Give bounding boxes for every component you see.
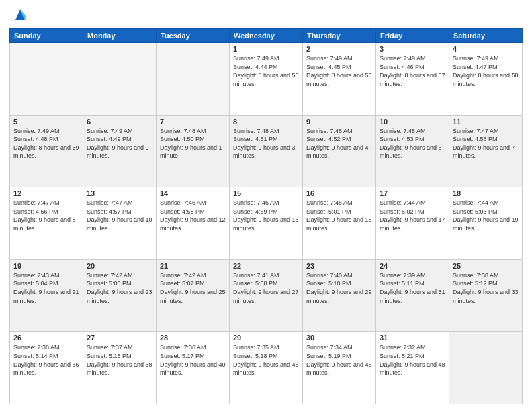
calendar-day-cell: 28Sunrise: 7:36 AM Sunset: 5:17 PM Dayli… <box>157 332 230 404</box>
day-info: Sunrise: 7:37 AM Sunset: 5:15 PM Dayligh… <box>87 343 152 377</box>
calendar-day-cell: 27Sunrise: 7:37 AM Sunset: 5:15 PM Dayli… <box>83 332 157 404</box>
day-number: 10 <box>380 118 445 126</box>
calendar-day-cell <box>449 332 523 404</box>
day-number: 13 <box>87 189 152 197</box>
weekday-header-friday: Friday <box>376 29 449 43</box>
logo-icon <box>11 7 29 24</box>
calendar-week-row: 1Sunrise: 7:49 AM Sunset: 4:44 PM Daylig… <box>10 43 523 116</box>
calendar-day-cell: 3Sunrise: 7:49 AM Sunset: 4:46 PM Daylig… <box>376 43 449 116</box>
calendar-table: SundayMondayTuesdayWednesdayThursdayFrid… <box>9 28 523 404</box>
day-info: Sunrise: 7:34 AM Sunset: 5:19 PM Dayligh… <box>306 343 372 377</box>
day-info: Sunrise: 7:40 AM Sunset: 5:10 PM Dayligh… <box>306 271 372 305</box>
weekday-header-row: SundayMondayTuesdayWednesdayThursdayFrid… <box>10 29 523 43</box>
day-number: 8 <box>233 118 299 126</box>
day-number: 17 <box>380 189 445 197</box>
calendar-day-cell: 31Sunrise: 7:32 AM Sunset: 5:21 PM Dayli… <box>376 332 449 404</box>
calendar-day-cell: 21Sunrise: 7:42 AM Sunset: 5:07 PM Dayli… <box>157 259 230 332</box>
day-number: 27 <box>87 334 152 342</box>
calendar-week-row: 5Sunrise: 7:49 AM Sunset: 4:48 PM Daylig… <box>10 115 523 187</box>
day-number: 12 <box>13 189 79 197</box>
day-info: Sunrise: 7:44 AM Sunset: 5:02 PM Dayligh… <box>380 199 445 232</box>
day-number: 14 <box>160 189 226 197</box>
day-number: 29 <box>233 334 299 342</box>
day-info: Sunrise: 7:48 AM Sunset: 4:51 PM Dayligh… <box>233 127 299 161</box>
logo <box>9 7 29 24</box>
day-number: 31 <box>380 334 445 342</box>
day-number: 2 <box>306 45 372 53</box>
day-number: 6 <box>87 118 152 126</box>
day-info: Sunrise: 7:49 AM Sunset: 4:47 PM Dayligh… <box>453 54 519 88</box>
calendar-day-cell: 30Sunrise: 7:34 AM Sunset: 5:19 PM Dayli… <box>303 332 376 404</box>
day-info: Sunrise: 7:47 AM Sunset: 4:56 PM Dayligh… <box>13 199 79 232</box>
calendar-day-cell: 13Sunrise: 7:47 AM Sunset: 4:57 PM Dayli… <box>83 187 157 260</box>
calendar-day-cell: 4Sunrise: 7:49 AM Sunset: 4:47 PM Daylig… <box>449 43 523 116</box>
day-info: Sunrise: 7:44 AM Sunset: 5:03 PM Dayligh… <box>453 199 519 232</box>
calendar-day-cell: 5Sunrise: 7:49 AM Sunset: 4:48 PM Daylig… <box>10 115 83 187</box>
day-number: 3 <box>380 45 445 53</box>
calendar-day-cell: 11Sunrise: 7:47 AM Sunset: 4:55 PM Dayli… <box>449 115 523 187</box>
day-number: 11 <box>453 118 519 126</box>
calendar-day-cell: 23Sunrise: 7:40 AM Sunset: 5:10 PM Dayli… <box>303 259 376 332</box>
calendar-day-cell <box>157 43 230 116</box>
day-number: 15 <box>233 189 299 197</box>
day-number: 28 <box>160 334 226 342</box>
weekday-header-thursday: Thursday <box>303 29 376 43</box>
calendar-week-row: 12Sunrise: 7:47 AM Sunset: 4:56 PM Dayli… <box>10 187 523 260</box>
day-number: 24 <box>380 262 445 270</box>
day-info: Sunrise: 7:38 AM Sunset: 5:14 PM Dayligh… <box>13 343 79 377</box>
day-info: Sunrise: 7:48 AM Sunset: 4:53 PM Dayligh… <box>380 127 445 161</box>
day-info: Sunrise: 7:49 AM Sunset: 4:45 PM Dayligh… <box>306 54 372 88</box>
calendar-day-cell: 9Sunrise: 7:48 AM Sunset: 4:52 PM Daylig… <box>303 115 376 187</box>
weekday-header-sunday: Sunday <box>10 29 83 43</box>
calendar-day-cell: 26Sunrise: 7:38 AM Sunset: 5:14 PM Dayli… <box>10 332 83 404</box>
day-info: Sunrise: 7:38 AM Sunset: 5:12 PM Dayligh… <box>453 271 519 305</box>
calendar-day-cell: 16Sunrise: 7:45 AM Sunset: 5:01 PM Dayli… <box>303 187 376 260</box>
day-info: Sunrise: 7:49 AM Sunset: 4:46 PM Dayligh… <box>380 54 445 88</box>
calendar-week-row: 19Sunrise: 7:43 AM Sunset: 5:04 PM Dayli… <box>10 259 523 332</box>
day-number: 30 <box>306 334 372 342</box>
day-number: 7 <box>160 118 226 126</box>
day-info: Sunrise: 7:39 AM Sunset: 5:11 PM Dayligh… <box>380 271 445 305</box>
calendar-day-cell: 18Sunrise: 7:44 AM Sunset: 5:03 PM Dayli… <box>449 187 523 260</box>
calendar-day-cell: 25Sunrise: 7:38 AM Sunset: 5:12 PM Dayli… <box>449 259 523 332</box>
day-number: 25 <box>453 262 519 270</box>
calendar-day-cell: 6Sunrise: 7:49 AM Sunset: 4:49 PM Daylig… <box>83 115 157 187</box>
calendar-day-cell: 1Sunrise: 7:49 AM Sunset: 4:44 PM Daylig… <box>230 43 303 116</box>
calendar-day-cell: 19Sunrise: 7:43 AM Sunset: 5:04 PM Dayli… <box>10 259 83 332</box>
day-number: 9 <box>306 118 372 126</box>
day-info: Sunrise: 7:47 AM Sunset: 4:57 PM Dayligh… <box>87 199 152 232</box>
calendar-day-cell <box>10 43 83 116</box>
day-number: 20 <box>87 262 152 270</box>
day-number: 4 <box>453 45 519 53</box>
day-number: 23 <box>306 262 372 270</box>
weekday-header-monday: Monday <box>83 29 157 43</box>
day-number: 26 <box>13 334 79 342</box>
day-number: 18 <box>453 189 519 197</box>
calendar-day-cell: 8Sunrise: 7:48 AM Sunset: 4:51 PM Daylig… <box>230 115 303 187</box>
calendar-day-cell: 29Sunrise: 7:35 AM Sunset: 5:18 PM Dayli… <box>230 332 303 404</box>
day-info: Sunrise: 7:48 AM Sunset: 4:52 PM Dayligh… <box>306 127 372 161</box>
day-number: 16 <box>306 189 372 197</box>
page: SundayMondayTuesdayWednesdayThursdayFrid… <box>0 0 532 411</box>
calendar-day-cell: 7Sunrise: 7:48 AM Sunset: 4:50 PM Daylig… <box>157 115 230 187</box>
day-info: Sunrise: 7:41 AM Sunset: 5:08 PM Dayligh… <box>233 271 299 305</box>
calendar-week-row: 26Sunrise: 7:38 AM Sunset: 5:14 PM Dayli… <box>10 332 523 404</box>
header <box>9 7 523 24</box>
calendar-day-cell: 14Sunrise: 7:46 AM Sunset: 4:58 PM Dayli… <box>157 187 230 260</box>
day-number: 22 <box>233 262 299 270</box>
calendar-day-cell: 24Sunrise: 7:39 AM Sunset: 5:11 PM Dayli… <box>376 259 449 332</box>
day-number: 5 <box>13 118 79 126</box>
weekday-header-saturday: Saturday <box>449 29 523 43</box>
day-info: Sunrise: 7:46 AM Sunset: 4:59 PM Dayligh… <box>233 199 299 232</box>
weekday-header-wednesday: Wednesday <box>230 29 303 43</box>
day-info: Sunrise: 7:48 AM Sunset: 4:50 PM Dayligh… <box>160 127 226 161</box>
calendar-day-cell: 22Sunrise: 7:41 AM Sunset: 5:08 PM Dayli… <box>230 259 303 332</box>
day-info: Sunrise: 7:36 AM Sunset: 5:17 PM Dayligh… <box>160 343 226 377</box>
day-number: 1 <box>233 45 299 53</box>
day-info: Sunrise: 7:42 AM Sunset: 5:07 PM Dayligh… <box>160 271 226 305</box>
day-info: Sunrise: 7:42 AM Sunset: 5:06 PM Dayligh… <box>87 271 152 305</box>
calendar-day-cell: 12Sunrise: 7:47 AM Sunset: 4:56 PM Dayli… <box>10 187 83 260</box>
calendar-day-cell: 2Sunrise: 7:49 AM Sunset: 4:45 PM Daylig… <box>303 43 376 116</box>
day-info: Sunrise: 7:49 AM Sunset: 4:49 PM Dayligh… <box>87 127 152 161</box>
day-number: 19 <box>13 262 79 270</box>
